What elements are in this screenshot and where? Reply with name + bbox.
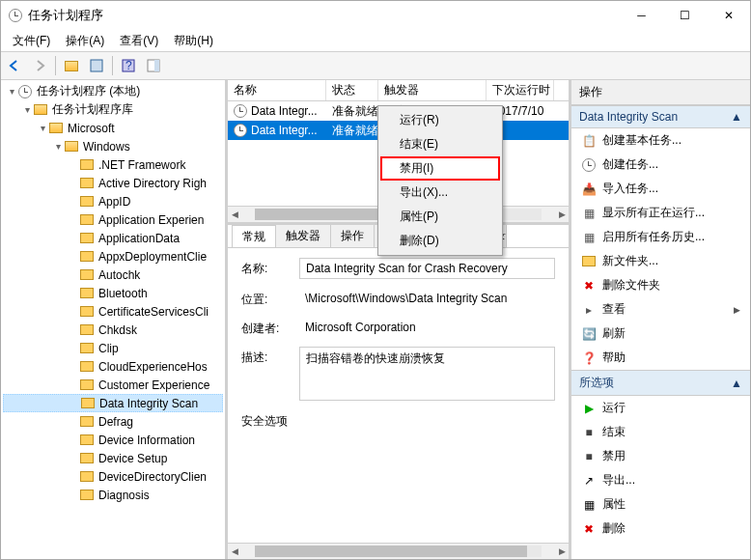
tab-general[interactable]: 常规 (232, 225, 276, 248)
tree-item[interactable]: Device Information (3, 431, 223, 449)
svg-text:?: ? (125, 59, 132, 72)
ctx-end[interactable]: 结束(E) (380, 132, 500, 156)
action-item[interactable]: ▶运行 (571, 396, 750, 420)
tree-item[interactable]: Autochk (3, 266, 223, 284)
forward-button[interactable] (28, 54, 51, 77)
action-label: 结束 (602, 424, 626, 440)
action-item[interactable]: ■结束 (571, 420, 750, 444)
ctx-export[interactable]: 导出(X)... (380, 181, 500, 205)
expand-icon[interactable]: ▾ (5, 86, 18, 97)
close-button[interactable]: ✕ (707, 1, 750, 30)
action-label: 导入任务... (602, 181, 658, 197)
tree-item[interactable]: ▾任务计划程序 (本地) (3, 82, 223, 100)
action-item[interactable]: 创建任务... (571, 153, 750, 177)
action-label: 删除文件夹 (602, 277, 660, 294)
col-name[interactable]: 名称 (228, 80, 326, 100)
menu-view[interactable]: 查看(V) (112, 31, 166, 51)
action-label: 显示所有正在运行... (602, 205, 705, 221)
folder-icon (80, 214, 94, 225)
tree-item[interactable]: AppID (3, 192, 223, 210)
col-next[interactable]: 下次运行时 (487, 80, 554, 100)
tree-item[interactable]: ▾Microsoft (3, 119, 223, 137)
actions-section1[interactable]: Data Integrity Scan▲ (571, 105, 750, 128)
action-label: 属性 (602, 496, 626, 513)
tab-triggers[interactable]: 触发器 (275, 225, 331, 247)
detail-scrollbar[interactable]: ◀▶ (228, 543, 569, 559)
tree-item[interactable]: Active Directory Righ (3, 174, 223, 192)
tree-item[interactable]: Application Experien (3, 210, 223, 229)
folder-icon (80, 306, 94, 317)
menu-action[interactable]: 操作(A) (58, 31, 112, 51)
tree-item[interactable]: Clip (3, 339, 223, 357)
action-item[interactable]: ▸查看▶ (571, 297, 750, 322)
tree-label: AppID (97, 195, 132, 209)
folder-icon (80, 490, 94, 500)
up-button[interactable] (60, 54, 83, 77)
svg-rect-0 (91, 60, 102, 71)
action-icon: ■ (581, 449, 597, 464)
task-table: 名称 状态 触发器 下次运行时 Data Integr...准备就绪已定义多个触… (228, 80, 569, 225)
ctx-run[interactable]: 运行(R) (380, 108, 500, 132)
action-item[interactable]: ↗导出... (571, 468, 750, 492)
action-label: 刷新 (602, 325, 626, 342)
minimize-button[interactable]: ─ (620, 1, 663, 30)
loc-value: \Microsoft\Windows\Data Integrity Scan (299, 289, 555, 308)
actions-section2[interactable]: 所选项▲ (571, 370, 750, 396)
action-item[interactable]: 📋创建基本任务... (571, 128, 750, 153)
tree-item[interactable]: ▾Windows (3, 137, 223, 155)
window-title: 任务计划程序 (28, 7, 620, 24)
action-item[interactable]: ▦显示所有正在运行... (571, 201, 750, 225)
ctx-props[interactable]: 属性(P) (380, 205, 500, 229)
folder-icon (80, 471, 94, 482)
col-state[interactable]: 状态 (326, 80, 378, 100)
tree-item[interactable]: .NET Framework (3, 155, 223, 174)
menu-file[interactable]: 文件(F) (5, 31, 58, 51)
action-item[interactable]: ✖删除文件夹 (571, 273, 750, 297)
action-item[interactable]: ▦属性 (571, 492, 750, 517)
action-item[interactable]: ✖删除 (571, 517, 750, 541)
pane-button[interactable] (142, 54, 165, 77)
expand-icon[interactable]: ▾ (36, 123, 49, 133)
tree-item[interactable]: Chkdsk (3, 321, 223, 339)
action-icon: ▸ (581, 302, 597, 318)
ctx-disable[interactable]: 禁用(I) (380, 156, 500, 181)
tree-item[interactable]: Device Setup (3, 449, 223, 467)
view-button[interactable] (85, 54, 108, 77)
tree-item[interactable]: CertificateServicesCli (3, 302, 223, 321)
tree-item[interactable]: ▾任务计划程序库 (3, 100, 223, 119)
help-button[interactable]: ? (117, 54, 140, 77)
tree-item[interactable]: AppxDeploymentClie (3, 247, 223, 266)
cell-name: Data Integr... (251, 124, 318, 137)
tree-item[interactable]: DeviceDirectoryClien (3, 467, 223, 486)
menu-help[interactable]: 帮助(H) (166, 31, 221, 51)
tree-item[interactable]: Customer Experience (3, 376, 223, 394)
tree-item[interactable]: Diagnosis (3, 486, 223, 504)
expand-icon[interactable]: ▾ (20, 104, 34, 115)
desc-label: 描述: (241, 347, 290, 366)
expand-icon[interactable]: ▾ (51, 141, 65, 152)
tree-item[interactable]: Data Integrity Scan (3, 394, 223, 412)
maximize-button[interactable]: ☐ (663, 1, 707, 30)
ctx-delete[interactable]: 删除(D) (380, 229, 500, 253)
tree-item[interactable]: Bluetooth (3, 284, 223, 302)
action-icon: ▦ (581, 206, 597, 221)
action-item[interactable]: ❓帮助 (571, 346, 750, 370)
action-item[interactable]: 新文件夹... (571, 249, 750, 273)
action-item[interactable]: ■禁用 (571, 444, 750, 468)
tree-item[interactable]: Defrag (3, 412, 223, 431)
tree-item[interactable]: ApplicationData (3, 229, 223, 247)
chevron-up-icon: ▲ (731, 377, 742, 390)
action-item[interactable]: 📥导入任务... (571, 177, 750, 201)
tab-actions[interactable]: 操作 (330, 225, 375, 247)
back-button[interactable] (3, 54, 26, 77)
folder-icon (81, 398, 95, 408)
tree-label: Bluetooth (97, 287, 150, 300)
action-item[interactable]: 🔄刷新 (571, 322, 750, 346)
app-icon (9, 9, 22, 22)
tree-item[interactable]: CloudExperienceHos (3, 357, 223, 376)
action-item[interactable]: ▦启用所有任务历史... (571, 225, 750, 249)
sec-label: 安全选项 (241, 410, 288, 430)
col-triggers[interactable]: 触发器 (378, 80, 487, 100)
clock-icon (18, 85, 32, 98)
folder-icon (80, 288, 94, 298)
